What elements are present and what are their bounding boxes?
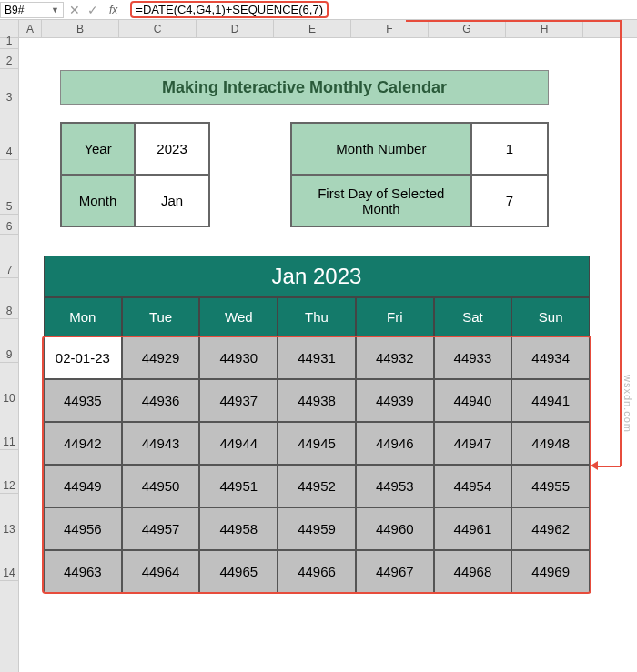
row-header[interactable]: 2	[0, 49, 18, 69]
calendar-cell[interactable]: 02-01-23	[44, 336, 122, 379]
row-header[interactable]: 13	[0, 494, 18, 537]
calendar-cell[interactable]: 44935	[44, 379, 122, 422]
calendar-grid: 02-01-2344929449304493144932449334493444…	[44, 336, 590, 593]
calendar-cell[interactable]: 44933	[434, 336, 512, 379]
dropdown-icon[interactable]: ▼	[51, 5, 59, 15]
calendar-cell[interactable]: 44931	[278, 336, 356, 379]
column-header[interactable]: A	[19, 20, 42, 37]
calendar-row: 44942449434494444945449464494744948	[44, 422, 590, 465]
calendar-cell[interactable]: 44949	[44, 465, 122, 507]
calendar-row: 44949449504495144952449534495444955	[44, 465, 590, 507]
row-header[interactable]: 12	[0, 450, 18, 494]
monthnum-label: Month Number	[291, 123, 471, 175]
calendar-cell[interactable]: 44932	[356, 336, 434, 379]
column-header[interactable]: C	[119, 20, 197, 37]
calendar-cell[interactable]: 44947	[434, 422, 512, 465]
month-value[interactable]: Jan	[135, 175, 209, 226]
calendar-cell[interactable]: 44952	[278, 465, 356, 507]
calendar-cell[interactable]: 44957	[122, 507, 200, 550]
row-header[interactable]: 10	[0, 363, 18, 406]
row-header[interactable]: 8	[0, 278, 18, 319]
day-header: Wed	[199, 297, 278, 336]
monthnum-value: 1	[471, 123, 548, 175]
formula-text: =DATE(C4,G4,1)+SEQUENCE(6,7)	[130, 1, 329, 18]
column-header[interactable]: F	[351, 20, 429, 37]
row-header[interactable]: 1	[0, 38, 18, 49]
name-box[interactable]: B9# ▼	[0, 2, 64, 18]
column-header[interactable]: D	[197, 20, 274, 37]
calendar-cell[interactable]: 44962	[511, 507, 590, 550]
cells-area[interactable]: Making Interactive Monthly Calendar Year…	[19, 38, 637, 672]
arrow-head-icon	[591, 461, 598, 470]
calendar-cell[interactable]: 44936	[122, 379, 200, 422]
column-header[interactable]: G	[429, 20, 506, 37]
calendar-cell[interactable]: 44968	[434, 550, 512, 593]
calendar-cell[interactable]: 44940	[434, 379, 512, 422]
year-month-box: Year 2023 Month Jan	[60, 122, 210, 227]
calendar-cell[interactable]: 44939	[356, 379, 434, 422]
calendar-cell[interactable]: 44961	[434, 507, 512, 550]
calendar-cell[interactable]: 44954	[434, 465, 512, 507]
calendar-cell[interactable]: 44934	[511, 336, 590, 379]
month-label: Month	[61, 175, 135, 226]
year-label: Year	[61, 123, 135, 175]
calendar-cell[interactable]: 44943	[122, 422, 200, 465]
annotation-arrow	[620, 20, 622, 466]
accept-icon[interactable]: ✓	[87, 3, 98, 17]
calendar-cell[interactable]: 44942	[44, 422, 122, 465]
calendar-cell[interactable]: 44941	[511, 379, 590, 422]
calendar-row: 44935449364493744938449394494044941	[44, 379, 590, 422]
cancel-icon[interactable]: ✕	[69, 3, 80, 17]
calendar-day-headers: MonTueWedThuFriSatSun	[44, 297, 590, 336]
column-header[interactable]: B	[42, 20, 119, 37]
calendar-cell[interactable]: 44958	[199, 507, 278, 550]
calendar-row: 44956449574495844959449604496144962	[44, 507, 590, 550]
row-header[interactable]: 9	[0, 319, 18, 363]
column-header[interactable]: E	[274, 20, 351, 37]
calendar: Jan 2023 MonTueWedThuFriSatSun 02-01-234…	[44, 256, 590, 593]
calendar-cell[interactable]: 44948	[511, 422, 590, 465]
day-header: Sun	[511, 297, 590, 336]
calendar-cell[interactable]: 44965	[199, 550, 278, 593]
calendar-cell[interactable]: 44966	[278, 550, 356, 593]
calendar-cell[interactable]: 44955	[511, 465, 590, 507]
calendar-cell[interactable]: 44944	[199, 422, 278, 465]
calendar-cell[interactable]: 44959	[278, 507, 356, 550]
row-headers: 1234567891011121314	[0, 38, 19, 672]
calendar-cell[interactable]: 44950	[122, 465, 200, 507]
row-header[interactable]: 14	[0, 537, 18, 581]
calendar-cell[interactable]: 44963	[44, 550, 122, 593]
row-header[interactable]: 5	[0, 160, 18, 215]
row-header[interactable]: 3	[0, 69, 18, 105]
day-header: Thu	[278, 297, 356, 336]
formula-bar: B9# ▼ ✕ ✓ fx =DATE(C4,G4,1)+SEQUENCE(6,7…	[0, 0, 637, 20]
fx-icon[interactable]: fx	[106, 4, 121, 16]
calendar-title: Jan 2023	[44, 256, 590, 297]
calendar-cell[interactable]: 44956	[44, 507, 122, 550]
day-header: Fri	[356, 297, 434, 336]
row-header[interactable]: 6	[0, 215, 18, 235]
calendar-cell[interactable]: 44929	[122, 336, 200, 379]
calendar-cell[interactable]: 44938	[278, 379, 356, 422]
calendar-cell[interactable]: 44937	[199, 379, 278, 422]
calendar-row: 44963449644496544966449674496844969	[44, 550, 590, 593]
calendar-cell[interactable]: 44945	[278, 422, 356, 465]
calendar-row: 02-01-23449294493044931449324493344934	[44, 336, 590, 379]
year-value[interactable]: 2023	[135, 123, 209, 175]
calendar-cell[interactable]: 44964	[122, 550, 200, 593]
calendar-cell[interactable]: 44951	[199, 465, 278, 507]
name-box-value: B9#	[5, 4, 24, 16]
row-header[interactable]: 11	[0, 406, 18, 450]
calendar-cell[interactable]: 44969	[511, 550, 590, 593]
calendar-cell[interactable]: 44960	[356, 507, 434, 550]
calendar-cell[interactable]: 44946	[356, 422, 434, 465]
row-header[interactable]: 7	[0, 235, 18, 278]
firstday-label: First Day of Selected Month	[291, 175, 471, 226]
column-header[interactable]: H	[506, 20, 583, 37]
calendar-cell[interactable]: 44930	[199, 336, 278, 379]
row-header[interactable]: 4	[0, 105, 18, 160]
formula-toolbar: ✕ ✓ fx	[64, 3, 126, 17]
formula-input[interactable]: =DATE(C4,G4,1)+SEQUENCE(6,7)	[126, 0, 637, 19]
calendar-cell[interactable]: 44967	[356, 550, 434, 593]
calendar-cell[interactable]: 44953	[356, 465, 434, 507]
